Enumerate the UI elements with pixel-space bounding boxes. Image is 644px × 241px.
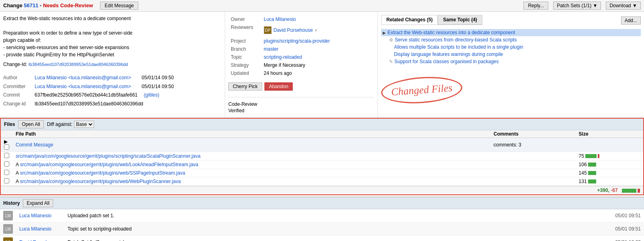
open-all-button[interactable]: Open All: [18, 120, 43, 128]
history-action-2: Patch Set 1: (3 comments): [64, 236, 464, 241]
table-row: DP David Pursehouse Patch Set 1: (3 comm…: [0, 236, 644, 241]
files-section: Files Open All Diff against: Base File P…: [0, 118, 644, 195]
file-link-3[interactable]: src/main/java/com/googlesource/gerrit/pl…: [20, 179, 181, 184]
related-link-4[interactable]: Support for Scala classes organised in p…: [394, 59, 498, 64]
topic-label: Topic: [229, 54, 261, 61]
expand-all-button[interactable]: Expand All: [23, 199, 53, 207]
header-actions: Reply... Patch Sets (1/1) ▼ Download ▼: [523, 2, 641, 10]
file-checkbox[interactable]: [4, 178, 9, 183]
author-value[interactable]: Luca Milanesio <luca.milanesio@gmail.com…: [35, 74, 131, 82]
commit-row: Commit 637fbed9e25250b96576e02bd44c1db5f…: [3, 91, 222, 100]
change-title-bar: Change 56711 - Needs Code-Review Edit Me…: [3, 2, 138, 10]
reviewers-label: Reviewers: [229, 24, 261, 37]
related-item-2: Allows multiple Scala scripts to be incl…: [381, 43, 641, 51]
size-col-header: Size: [576, 130, 643, 138]
history-action-1: Topic set to scripting-reloaded: [64, 222, 464, 236]
related-link-2[interactable]: Allows multiple Scala scripts to be incl…: [394, 44, 523, 50]
related-list: ▶ Extract the Web-static resources into …: [381, 29, 641, 65]
size-green-bar: [585, 154, 597, 158]
branch-value[interactable]: master: [264, 46, 279, 52]
file-link-1[interactable]: src/main/java/com/googlesource/gerrit/pl…: [20, 162, 199, 167]
size-num-3: 131: [579, 179, 587, 184]
history-section: History Expand All LM Luca Milanesio Upl…: [0, 197, 644, 241]
related-link-0[interactable]: Extract the Web-static resources into a …: [388, 30, 515, 35]
edit-message-button[interactable]: Edit Message: [100, 2, 138, 10]
topic-value[interactable]: scripting-reloaded: [264, 54, 302, 60]
project-label: Project: [229, 37, 261, 45]
verified-vote-row: Verified: [228, 108, 374, 113]
history-user-2[interactable]: David Pursehouse: [19, 239, 59, 241]
changeid-meta-label: Change-Id: [3, 100, 32, 109]
related-link-3[interactable]: Display language features warnings durin…: [394, 51, 503, 57]
avatar-0: LM: [3, 211, 13, 220]
reviewer-name[interactable]: David Pursehouse: [273, 27, 313, 33]
table-row: LM Luca Milanesio Topic set to scripting…: [0, 222, 644, 236]
project-value[interactable]: plugins/scripting/scala-provider: [264, 38, 330, 44]
table-row: ▶ Commit Message comments: 3: [1, 138, 643, 152]
abandon-button[interactable]: Abandon: [265, 82, 293, 91]
related-tabs: Related Changes (5) Same Topic (4): [381, 15, 482, 25]
committer-row: Committer Luca Milanesio <luca.milanesio…: [3, 82, 222, 91]
file-checkbox[interactable]: [4, 144, 9, 150]
footer-green-bar: [622, 189, 636, 193]
file-comments-0: [490, 152, 576, 161]
code-review-label: Code-Review: [228, 101, 257, 107]
patch-sets-button[interactable]: Patch Sets (1/1) ▼: [553, 2, 601, 10]
comments-col-header: Comments: [490, 130, 576, 138]
file-prefix-1: A: [16, 162, 20, 167]
history-user-0[interactable]: Luca Milanesio: [19, 213, 51, 218]
main-content: Extract the Web-static resources into a …: [0, 12, 644, 118]
history-date-2: 05/01 10:23: [464, 236, 644, 241]
files-header: Files Open All Diff against: Base: [1, 119, 643, 130]
file-link-0[interactable]: src/main/java/com/googlesource/gerrit/pl…: [16, 153, 201, 159]
diff-against-select[interactable]: Base: [74, 121, 94, 128]
owner-label: Owner: [229, 16, 261, 23]
size-bar-3: 131: [579, 179, 640, 184]
additions-count: +390,: [597, 187, 611, 193]
middle-panel: Owner Luca Milanesio Reviewers DP David …: [225, 12, 378, 117]
owner-value[interactable]: Luca Milanesio: [264, 16, 296, 22]
download-button[interactable]: Download ▼: [606, 2, 641, 10]
add-reviewer-button[interactable]: Add...: [621, 16, 641, 25]
table-row: A src/main/java/com/googlesource/gerrit/…: [1, 177, 643, 186]
file-path-header: File Path: [12, 130, 490, 138]
file-checkbox[interactable]: [4, 161, 9, 167]
committer-value[interactable]: Luca Milanesio <luca.milanesio@gmail.com…: [35, 82, 131, 91]
history-date-0: 05/01 09:51: [464, 209, 644, 222]
files-table: File Path Comments Size ▶ Commit Message…: [1, 130, 643, 186]
gitiles-link[interactable]: (gitiles): [144, 91, 160, 100]
file-checkbox[interactable]: [4, 153, 9, 158]
meta-section: Author Luca Milanesio <luca.milanesio@gm…: [3, 74, 222, 108]
size-bar-1: 106: [579, 162, 640, 167]
change-description: Extract the Web-static resources into a …: [3, 15, 222, 58]
avatar-1: LM: [3, 224, 13, 234]
related-link-1[interactable]: Serve static resources from directory-ba…: [395, 37, 517, 43]
change-number[interactable]: 56711: [24, 2, 38, 8]
info-table: Owner Luca Milanesio Reviewers DP David …: [228, 15, 374, 78]
commit-value: 637fbed9e25250b96576e02bd44c1db5faafe661: [35, 91, 137, 100]
change-id-link[interactable]: Ib38455eed107d920389953e51dae8046360396d…: [29, 62, 128, 67]
remove-reviewer-icon[interactable]: ✕: [314, 28, 318, 33]
reviewer-avatar: DP: [264, 26, 272, 34]
changed-files-annotation: Changed Files: [380, 74, 463, 106]
file-checkbox[interactable]: [4, 170, 9, 175]
tab-same-topic[interactable]: Same Topic (4): [438, 15, 482, 25]
reply-button[interactable]: Reply...: [523, 2, 548, 10]
current-arrow-icon: ▶: [383, 31, 386, 35]
left-panel: Extract the Web-static resources into a …: [0, 12, 225, 117]
commit-message-link[interactable]: Commit Message: [16, 142, 53, 148]
tab-related-changes[interactable]: Related Changes (5): [381, 15, 438, 25]
right-panel: Related Changes (5) Same Topic (4) Add..…: [378, 12, 644, 117]
table-row: LM Luca Milanesio Uploaded patch set 1. …: [0, 209, 644, 222]
history-user-1[interactable]: Luca Milanesio: [19, 226, 51, 232]
cherry-pick-button[interactable]: Cherry Pick: [228, 82, 262, 91]
updated-row: Updated 24 hours ago: [229, 70, 373, 77]
author-date: 05/01/14 09:50: [142, 74, 174, 82]
updated-value: 24 hours ago: [264, 70, 292, 76]
action-buttons: Cherry Pick Abandon: [228, 82, 374, 91]
file-comments-1: [490, 161, 576, 169]
size-green-bar: [588, 163, 596, 167]
desc-line3: Preparation work in order to define a ne…: [3, 29, 222, 37]
file-link-2[interactable]: src/main/java/com/googlesource/gerrit/pl…: [20, 170, 185, 176]
diff-against-label: Diff against:: [47, 122, 72, 127]
